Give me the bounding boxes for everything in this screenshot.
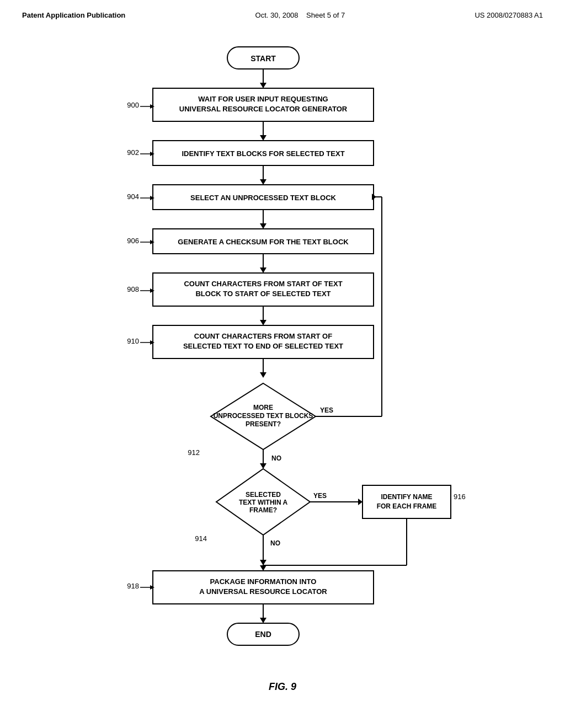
svg-marker-17: [260, 223, 266, 229]
label-916: 916: [454, 493, 466, 501]
step-902-text: IDENTIFY TEXT BLOCKS FOR SELECTED TEXT: [182, 149, 344, 158]
step-906-text: GENERATE A CHECKSUM FOR THE TEXT BLOCK: [178, 238, 349, 246]
step-918-text-line1: PACKAGE INFORMATION INTO: [210, 577, 317, 586]
no-label-914: NO: [270, 539, 280, 547]
label-918: 918: [127, 582, 139, 590]
step-908-text-line1: COUNT CHARACTERS FROM START OF TEXT: [184, 280, 342, 288]
figure-caption: FIG. 9: [22, 681, 543, 693]
label-910: 910: [127, 337, 139, 345]
step-900-text-line1: WAIT FOR USER INPUT REQUESTING: [198, 95, 328, 103]
svg-rect-47: [363, 485, 451, 518]
yes-label-912: YES: [320, 406, 333, 414]
label-904: 904: [127, 192, 139, 201]
svg-text:PRESENT?: PRESENT?: [246, 420, 281, 428]
label-912: 912: [188, 448, 200, 457]
svg-marker-46: [358, 499, 363, 505]
svg-text:SELECTED: SELECTED: [246, 491, 281, 499]
start-label: START: [250, 54, 276, 63]
label-906: 906: [127, 237, 139, 245]
svg-text:TEXT WITHIN A: TEXT WITHIN A: [239, 499, 288, 506]
svg-marker-54: [260, 565, 266, 571]
label-908: 908: [127, 285, 139, 293]
svg-marker-22: [260, 267, 266, 273]
header-patent-number: US 2008/0270883 A1: [475, 11, 543, 19]
svg-marker-27: [260, 320, 266, 325]
svg-text:MORE: MORE: [253, 404, 273, 411]
svg-marker-12: [260, 179, 266, 185]
step-916-text-line1: IDENTIFY NAME: [381, 493, 432, 501]
header-date-sheet: Oct. 30, 2008 Sheet 5 of 7: [255, 11, 345, 19]
step-908-text-line2: BLOCK TO START OF SELECTED TEXT: [195, 290, 331, 298]
svg-marker-2: [260, 83, 266, 88]
page-header: Patent Application Publication Oct. 30, …: [22, 11, 543, 19]
step-910-text-line1: COUNT CHARACTERS FROM START OF: [194, 332, 332, 340]
svg-marker-41: [260, 463, 266, 469]
header-publication: Patent Application Publication: [22, 11, 125, 19]
step-904-text: SELECT AN UNPROCESSED TEXT BLOCK: [190, 194, 336, 202]
yes-label-914: YES: [313, 492, 327, 500]
step-900-text-line2: UNIVERSAL RESOURCE LOCATOR GENERATOR: [179, 105, 348, 113]
label-900: 900: [127, 101, 139, 109]
label-902: 902: [127, 148, 139, 157]
label-914: 914: [195, 534, 207, 543]
svg-marker-59: [260, 618, 266, 623]
flowchart-svg: START WAIT FOR USER INPUT REQUESTING UNI…: [56, 36, 509, 670]
step-910-text-line2: SELECTED TEXT TO END OF SELECTED TEXT: [183, 342, 343, 350]
svg-text:FRAME?: FRAME?: [249, 506, 277, 514]
svg-text:UNPROCESSED TEXT BLOCKS: UNPROCESSED TEXT BLOCKS: [214, 412, 313, 420]
step-918-text-line2: A UNIVERSAL RESOURCE LOCATOR: [199, 587, 327, 596]
svg-marker-7: [260, 135, 266, 141]
svg-marker-32: [260, 372, 266, 378]
no-label-912: NO: [271, 454, 281, 462]
page: Patent Application Publication Oct. 30, …: [0, 0, 565, 728]
end-label: END: [255, 630, 271, 639]
step-916-text-line2: FOR EACH FRAME: [377, 502, 437, 510]
